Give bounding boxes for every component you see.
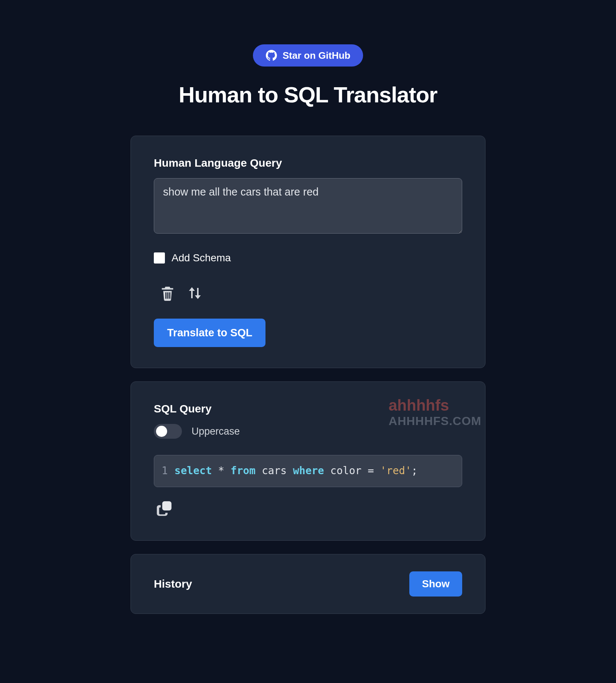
history-card: History Show <box>131 554 485 614</box>
sql-output: 1select * from cars where color = 'red'; <box>154 455 462 487</box>
uppercase-toggle-label: Uppercase <box>192 426 240 437</box>
app-container: Star on GitHub Human to SQL Translator H… <box>118 44 498 614</box>
output-card: SQL Query Uppercase 1select * from cars … <box>131 381 485 541</box>
translate-button[interactable]: Translate to SQL <box>154 319 265 347</box>
history-show-button[interactable]: Show <box>409 571 462 597</box>
svg-rect-0 <box>162 502 172 511</box>
copy-icon <box>155 499 174 519</box>
toggle-knob <box>156 426 167 437</box>
schema-checkbox-row: Add Schema <box>154 252 462 264</box>
sort-icon <box>186 283 204 304</box>
uppercase-toggle-row: Uppercase <box>154 424 462 439</box>
swap-button[interactable] <box>186 283 204 304</box>
clear-button[interactable] <box>158 283 177 304</box>
icon-row <box>158 283 462 304</box>
sql-code: select * from cars where color = 'red'; <box>175 465 418 477</box>
star-github-button[interactable]: Star on GitHub <box>253 44 363 67</box>
trash-icon <box>159 283 176 304</box>
github-button-label: Star on GitHub <box>282 50 350 61</box>
input-card: Human Language Query Add Schema <box>131 136 485 368</box>
copy-button[interactable] <box>154 498 175 520</box>
github-icon <box>265 50 277 61</box>
history-label: History <box>154 578 192 590</box>
human-query-input[interactable] <box>154 178 462 234</box>
schema-checkbox-label: Add Schema <box>172 252 231 264</box>
input-label: Human Language Query <box>154 157 462 169</box>
schema-checkbox[interactable] <box>154 252 165 264</box>
output-label: SQL Query <box>154 402 462 415</box>
page-title: Human to SQL Translator <box>179 82 437 108</box>
uppercase-toggle[interactable] <box>154 424 182 439</box>
line-number: 1 <box>162 465 168 477</box>
